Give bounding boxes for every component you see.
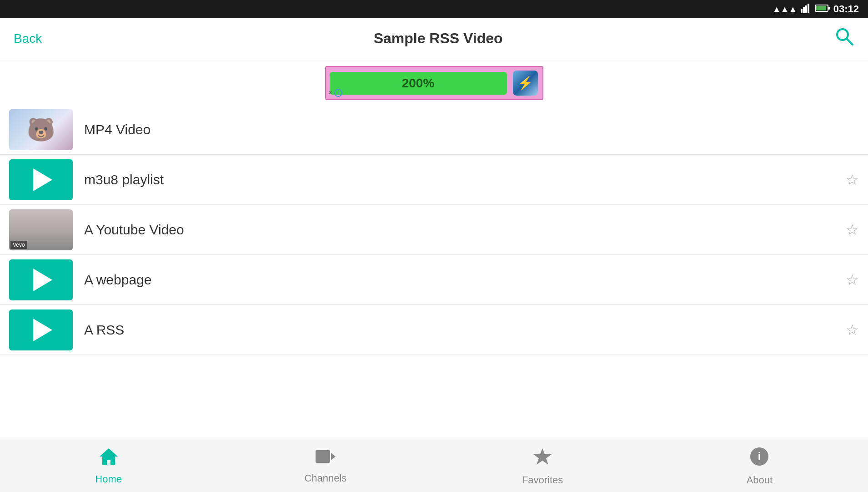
nav-item-channels[interactable]: Channels	[280, 448, 371, 484]
channels-icon	[315, 448, 336, 469]
svg-rect-1	[803, 7, 805, 13]
nav-label-about: About	[747, 474, 773, 486]
about-icon: i	[749, 446, 769, 471]
bottom-nav: Home Channels Favorites i About	[0, 440, 868, 492]
rss-thumbnail	[9, 309, 73, 350]
home-icon	[99, 447, 119, 470]
status-icons: ▲▲▲ 03:12	[773, 3, 859, 15]
star-icon[interactable]: ☆	[846, 321, 859, 339]
nav-label-home: Home	[95, 473, 122, 485]
signal-icon	[801, 4, 812, 15]
play-icon	[33, 269, 52, 291]
status-time: 03:12	[833, 3, 859, 15]
star-icon[interactable]: ☆	[846, 171, 859, 188]
item-title-youtube: A Youtube Video	[84, 222, 839, 238]
svg-marker-12	[533, 448, 552, 465]
mp4-thumbnail-image: 🐻	[27, 117, 55, 143]
main-content: 200% × i 🐻 MP4 Video m3u8 playlist ☆ Vev…	[0, 59, 868, 440]
header: Back Sample RSS Video	[0, 18, 868, 59]
ad-close-button[interactable]: ×	[328, 89, 332, 97]
back-button[interactable]: Back	[14, 31, 42, 46]
mp4-thumbnail: 🐻	[9, 109, 73, 150]
play-icon	[33, 319, 52, 341]
webpage-thumbnail	[9, 259, 73, 300]
ad-banner[interactable]: 200% × i	[325, 66, 543, 100]
svg-rect-10	[316, 450, 330, 463]
youtube-thumbnail: Vevo	[9, 209, 73, 250]
play-icon	[33, 168, 52, 191]
ad-battery-bar: 200%	[330, 72, 507, 95]
ad-percentage-text: 200%	[402, 76, 435, 91]
nav-item-favorites[interactable]: Favorites	[497, 446, 588, 486]
item-title-webpage: A webpage	[84, 272, 839, 288]
nav-item-home[interactable]: Home	[63, 447, 154, 485]
m3u8-thumbnail	[9, 159, 73, 200]
svg-marker-11	[331, 453, 336, 460]
page-title: Sample RSS Video	[374, 30, 503, 47]
svg-rect-5	[828, 7, 830, 10]
ad-close-area[interactable]: × i	[328, 89, 342, 97]
item-title-mp4: MP4 Video	[84, 122, 859, 137]
svg-line-8	[847, 39, 853, 45]
favorites-icon	[532, 446, 552, 471]
svg-rect-0	[801, 9, 803, 13]
nav-label-favorites: Favorites	[522, 474, 563, 486]
ad-battery-image	[511, 68, 540, 98]
ad-container: 200% × i	[0, 59, 868, 105]
search-button[interactable]	[834, 26, 854, 51]
list-item[interactable]: m3u8 playlist ☆	[0, 155, 868, 205]
list-item[interactable]: A RSS ☆	[0, 305, 868, 355]
ad-info-button[interactable]: i	[334, 89, 342, 97]
youtube-thumbnail-label: Vevo	[10, 241, 27, 249]
star-icon[interactable]: ☆	[846, 271, 859, 289]
nav-label-channels: Channels	[304, 472, 346, 484]
status-bar: ▲▲▲ 03:12	[0, 0, 868, 18]
svg-rect-6	[816, 6, 826, 10]
item-title-m3u8: m3u8 playlist	[84, 172, 839, 188]
list-item[interactable]: A webpage ☆	[0, 255, 868, 305]
list-item[interactable]: 🐻 MP4 Video	[0, 105, 868, 155]
list-item[interactable]: Vevo A Youtube Video ☆	[0, 205, 868, 255]
svg-text:i: i	[758, 450, 761, 462]
battery-status-icon	[815, 4, 830, 15]
nav-item-about[interactable]: i About	[714, 446, 805, 486]
item-title-rss: A RSS	[84, 322, 839, 338]
wifi-icon: ▲▲▲	[773, 5, 797, 14]
star-icon[interactable]: ☆	[846, 221, 859, 238]
battery-ad-icon	[513, 71, 538, 96]
svg-rect-2	[805, 5, 807, 13]
svg-marker-9	[100, 448, 118, 465]
svg-rect-3	[808, 4, 809, 13]
